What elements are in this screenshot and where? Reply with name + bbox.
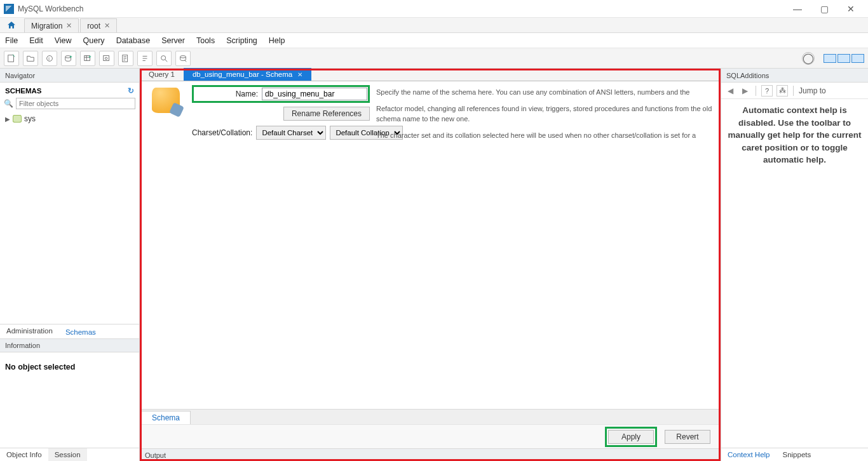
auto-help-icon[interactable]: ⁂ <box>776 85 788 97</box>
toolbar-reconnect-icon[interactable] <box>175 51 191 66</box>
editor-tab-schema[interactable]: db_using_menu_bar - Schema ✕ <box>184 68 311 81</box>
svg-rect-4 <box>85 55 90 60</box>
subtab-schema[interactable]: Schema <box>141 411 191 424</box>
filter-objects-input[interactable] <box>16 98 135 109</box>
toolbar-open-sql-icon[interactable] <box>23 51 38 66</box>
information-body: No object selected <box>0 352 139 448</box>
schema-icon <box>146 86 186 147</box>
menu-tools[interactable]: Tools <box>195 35 216 46</box>
toolbar-inspector-icon[interactable]: i <box>42 51 57 66</box>
toggle-left-panel-icon[interactable] <box>824 54 836 63</box>
svg-point-6 <box>105 57 107 60</box>
app-tab-migration[interactable]: Migration ✕ <box>24 18 79 32</box>
svg-point-1 <box>47 55 53 61</box>
window-close-button[interactable]: ✕ <box>837 0 864 18</box>
charset-select[interactable]: Default Charset <box>256 126 326 140</box>
name-highlight: Name: <box>192 85 370 103</box>
menu-bar: File Edit View Query Database Server Too… <box>0 33 868 48</box>
help-charset-text: The character set and its collation sele… <box>376 131 714 141</box>
additions-bottom-tabs: Context Help Snippets <box>721 448 868 461</box>
window-maximize-button[interactable]: ▢ <box>811 0 837 18</box>
schema-tree[interactable]: ▶ sys <box>0 112 139 324</box>
menu-database[interactable]: Database <box>115 35 152 46</box>
editor-area: Query 1 db_using_menu_bar - Schema ✕ Nam… <box>140 69 721 461</box>
sql-additions-toolbar: ◀ ▶ ? ⁂ Jump to <box>721 83 868 99</box>
schema-name-input[interactable] <box>262 88 367 100</box>
window-minimize-button[interactable]: — <box>784 0 811 18</box>
app-tab-label: Migration <box>31 22 62 30</box>
toolbar-search-icon[interactable] <box>156 51 172 66</box>
toolbar-new-schema-icon[interactable] <box>61 51 76 66</box>
tab-administration[interactable]: Administration <box>0 324 59 338</box>
apply-bar: Apply Revert <box>140 424 721 448</box>
menu-edit[interactable]: Edit <box>28 35 44 46</box>
svg-point-9 <box>180 55 186 58</box>
toolbar-new-table-icon[interactable] <box>80 51 95 66</box>
home-icon[interactable] <box>3 18 20 32</box>
close-icon[interactable]: ✕ <box>297 71 302 78</box>
help-icon[interactable]: ? <box>761 85 773 97</box>
jump-to-label: Jump to <box>799 86 826 95</box>
tab-schemas[interactable]: Schemas <box>59 324 102 338</box>
context-help-text: Automatic context help is disabled. Use … <box>721 99 868 171</box>
expand-icon[interactable]: ▶ <box>5 116 10 123</box>
schemas-text: SCHEMAS <box>5 87 42 95</box>
navigator-panel: Navigator SCHEMAS ↻ 🔍 ▶ sys Administrati… <box>0 69 140 461</box>
toolbar-new-sql-icon[interactable] <box>4 51 19 66</box>
form-help-text: Specify the name of the schema here. You… <box>376 86 714 147</box>
close-icon[interactable]: ✕ <box>104 22 110 30</box>
app-tab-label: root <box>87 22 100 30</box>
name-label: Name: <box>194 90 258 98</box>
menu-query[interactable]: Query <box>82 35 106 46</box>
tab-session[interactable]: Session <box>48 448 87 461</box>
svg-point-8 <box>161 55 166 60</box>
tab-object-info[interactable]: Object Info <box>0 448 48 461</box>
menu-scripting[interactable]: Scripting <box>225 35 259 46</box>
editor-tab-label: Query 1 <box>149 70 175 78</box>
schemas-label: SCHEMAS ↻ <box>0 83 139 97</box>
rename-references-button[interactable]: Rename References <box>283 107 370 121</box>
editor-tab-query1[interactable]: Query 1 <box>140 68 184 81</box>
apply-highlight: Apply <box>605 427 657 447</box>
tree-item-label: sys <box>24 114 36 123</box>
toolbar-new-function-icon[interactable] <box>137 51 153 66</box>
database-icon <box>13 115 22 123</box>
toggle-right-panel-icon[interactable] <box>851 54 864 63</box>
menu-file[interactable]: File <box>4 35 19 46</box>
information-header: Information <box>0 338 139 352</box>
help-refactor-text: Refactor model, changing all references … <box>376 104 714 124</box>
menu-help[interactable]: Help <box>268 35 287 46</box>
panel-toggles <box>822 54 864 63</box>
tab-snippets[interactable]: Snippets <box>776 448 817 461</box>
tab-context-help[interactable]: Context Help <box>721 448 776 461</box>
help-name-text: Specify the name of the schema here. You… <box>376 88 714 98</box>
close-icon[interactable]: ✕ <box>66 22 72 30</box>
menu-server[interactable]: Server <box>160 35 186 46</box>
editor-tabs: Query 1 db_using_menu_bar - Schema ✕ <box>140 69 721 81</box>
apply-button[interactable]: Apply <box>608 430 654 444</box>
schema-subtabs: Schema <box>140 409 721 424</box>
toggle-bottom-panel-icon[interactable] <box>837 54 850 63</box>
toolbar-new-procedure-icon[interactable] <box>118 51 133 66</box>
menu-view[interactable]: View <box>53 35 73 46</box>
settings-icon[interactable]: ◯ <box>802 52 815 65</box>
back-icon[interactable]: ◀ <box>725 86 736 95</box>
info-bottom-tabs: Object Info Session <box>0 448 139 461</box>
search-icon: 🔍 <box>4 99 13 108</box>
titlebar: MySQL Workbench — ▢ ✕ <box>0 0 868 18</box>
toolbar: i ◯ <box>0 48 868 69</box>
svg-rect-0 <box>8 55 14 62</box>
editor-tab-label: db_using_menu_bar - Schema <box>193 70 292 78</box>
revert-button[interactable]: Revert <box>665 430 710 444</box>
toolbar-new-view-icon[interactable] <box>99 51 114 66</box>
output-header: Output <box>140 448 721 461</box>
navigator-header: Navigator <box>0 69 139 83</box>
forward-icon[interactable]: ▶ <box>740 86 750 95</box>
tree-item-sys[interactable]: ▶ sys <box>5 114 134 123</box>
navigator-bottom-tabs: Administration Schemas <box>0 324 139 338</box>
charset-label: Charset/Collation: <box>192 128 252 137</box>
app-tab-root[interactable]: root ✕ <box>80 18 117 32</box>
svg-rect-5 <box>104 55 109 60</box>
app-icon <box>4 4 14 14</box>
refresh-icon[interactable]: ↻ <box>128 86 134 95</box>
